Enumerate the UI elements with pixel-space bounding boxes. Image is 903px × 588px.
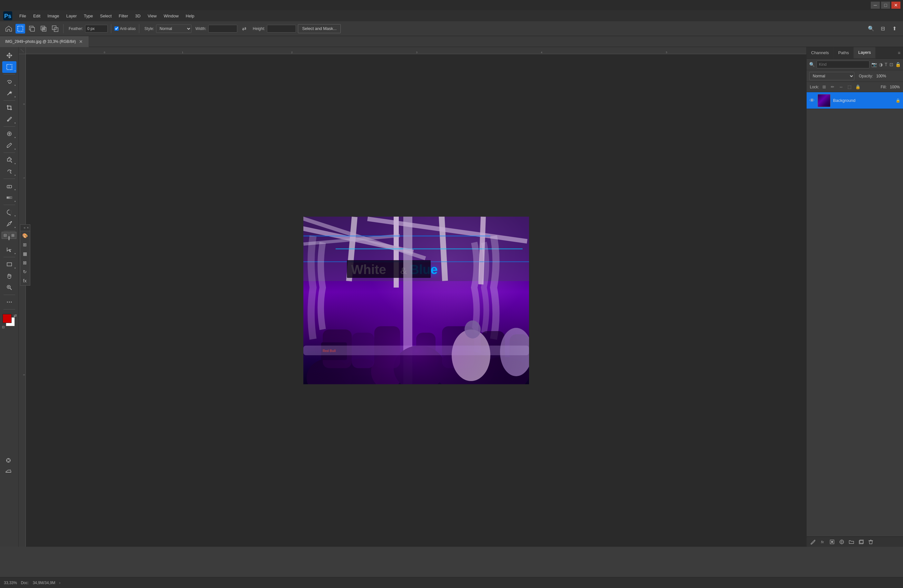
subtract-selection-icon[interactable] <box>27 24 37 33</box>
shape-tool[interactable]: ▾ <box>2 259 16 270</box>
grass-tool[interactable] <box>1 465 16 476</box>
hand-tool[interactable] <box>2 270 16 282</box>
width-input[interactable] <box>208 25 237 33</box>
zoom-tool[interactable] <box>2 282 16 293</box>
minimize-button[interactable]: ─ <box>871 2 880 9</box>
feather-input[interactable] <box>85 25 108 33</box>
layer-visibility-toggle[interactable]: 👁 <box>809 97 815 104</box>
menu-file[interactable]: File <box>16 12 29 20</box>
menu-layer[interactable]: Layer <box>63 12 80 20</box>
menu-image[interactable]: Image <box>44 12 62 20</box>
blend-mode-select[interactable]: Normal Dissolve Multiply Screen Overlay <box>809 72 854 80</box>
status-arrow[interactable]: › <box>59 580 60 585</box>
anti-alias-label: Anti-alias <box>120 27 136 31</box>
menu-select[interactable]: Select <box>97 12 115 20</box>
layer-delete-button[interactable] <box>867 538 875 546</box>
shape-filter-icon[interactable]: ⊡ <box>889 61 894 68</box>
select-mask-button[interactable]: Select and Mask... <box>298 24 341 33</box>
kind-filter-input[interactable] <box>816 61 870 68</box>
style-select[interactable]: Normal Fixed Ratio Fixed Size <box>156 25 192 33</box>
exclude-selection-icon[interactable] <box>50 24 60 33</box>
menu-edit[interactable]: Edit <box>30 12 44 20</box>
close-button[interactable]: ✕ <box>891 2 900 9</box>
gradient-tool[interactable]: ▾ <box>2 192 16 203</box>
layer-adjustment-button[interactable] <box>838 538 846 546</box>
background-layer[interactable]: 👁 Background 🔒 <box>807 92 903 109</box>
menu-filter[interactable]: Filter <box>115 12 131 20</box>
lock-all-icon[interactable]: 🔒 <box>855 84 861 90</box>
foreground-color-swatch[interactable] <box>3 314 12 323</box>
eyedropper-tool[interactable]: ▾ <box>2 113 16 125</box>
channels-tab[interactable]: Channels <box>807 47 834 58</box>
menu-type[interactable]: Type <box>80 12 96 20</box>
paths-tab[interactable]: Paths <box>834 47 854 58</box>
share-button[interactable]: ⬆ <box>889 24 899 33</box>
layer-name: Background <box>833 98 893 103</box>
layout-button[interactable]: ▦ <box>20 249 29 258</box>
anti-alias-checkbox[interactable]: Anti-alias <box>115 27 136 31</box>
magic-wand-tool[interactable]: ▾ <box>2 87 16 99</box>
panel-menu-icon[interactable]: ≡ <box>895 47 903 58</box>
anti-alias-check[interactable] <box>115 27 119 31</box>
effects-button[interactable]: fx <box>20 276 29 285</box>
color-wheel-button[interactable]: 🎨 <box>20 231 29 240</box>
burn-tool[interactable]: ▾ <box>2 206 16 218</box>
context-button[interactable]: ⊠ <box>20 258 29 267</box>
crop-tool[interactable] <box>2 102 16 113</box>
more-tools[interactable] <box>2 296 16 308</box>
lasso-tool[interactable]: ▾ <box>2 76 16 87</box>
intersect-selection-icon[interactable] <box>39 24 48 33</box>
eraser-tool[interactable]: ▾ <box>2 180 16 192</box>
lock-transparent-icon[interactable]: ⊞ <box>821 84 827 90</box>
heal-tool[interactable]: ▾ <box>2 128 16 140</box>
rotate-button[interactable]: ↻ <box>20 267 29 276</box>
lock-image-icon[interactable]: ✏ <box>829 84 836 90</box>
marquee-options-icon[interactable] <box>16 24 25 33</box>
screen-mode-button[interactable]: ⊟ <box>2 232 9 239</box>
history-brush-tool[interactable]: ▾ <box>2 166 16 177</box>
menu-window[interactable]: Window <box>160 12 182 20</box>
layer-fx-button[interactable]: fx <box>818 538 827 546</box>
svg-rect-73 <box>304 217 529 384</box>
lock-artboard-icon[interactable]: ⬚ <box>846 84 853 90</box>
lock-position-icon[interactable]: ↔ <box>838 84 844 90</box>
ruler-corner <box>19 47 26 54</box>
layer-mask-button[interactable] <box>828 538 836 546</box>
brush-tool[interactable]: ▾ <box>2 140 16 151</box>
screen-mode-button-2[interactable]: ⊞ <box>9 232 16 239</box>
kind-filter-icon[interactable]: 🔍 <box>809 61 815 68</box>
grid-button[interactable]: ⊞ <box>20 240 29 249</box>
default-colors-button[interactable]: ⊡ <box>2 325 5 329</box>
menu-help[interactable]: Help <box>182 12 198 20</box>
search-button[interactable]: 🔍 <box>866 24 876 33</box>
adjustment-icon <box>839 539 844 544</box>
pen-tool[interactable]: ▾ <box>2 218 16 230</box>
pixel-filter-icon[interactable]: 📷 <box>872 61 877 68</box>
ruler-corner-icon <box>20 49 24 52</box>
height-input[interactable] <box>267 25 296 33</box>
maximize-button[interactable]: □ <box>881 2 890 9</box>
navigator-tool[interactable] <box>1 455 16 465</box>
smart-filter-icon[interactable]: 🔒 <box>895 61 901 68</box>
document-tab[interactable]: IMG_2949~photo.jpg @ 33,3% (RGB/8#) ✕ <box>0 36 89 47</box>
secondary-panel-close[interactable]: × <box>27 226 29 230</box>
swap-colors-button[interactable]: ⇄ <box>14 313 17 318</box>
marquee-tool[interactable]: ▾ <box>2 61 16 73</box>
menu-3d[interactable]: 3D <box>132 12 144 20</box>
text-filter-icon[interactable]: T <box>885 61 887 68</box>
layer-group-button[interactable] <box>847 538 856 546</box>
arrange-button[interactable]: ⊟ <box>878 24 887 33</box>
swap-dimensions-icon[interactable]: ⇄ <box>239 24 249 33</box>
layer-link-button[interactable] <box>809 538 817 546</box>
secondary-panel-collapse[interactable]: « <box>24 226 26 230</box>
path-select-tool[interactable]: ▾ <box>2 244 16 256</box>
close-doc-tab[interactable]: ✕ <box>78 39 83 44</box>
clone-stamp-tool[interactable]: ▾ <box>2 154 16 166</box>
layer-new-button[interactable] <box>857 538 865 546</box>
color-swatches: ⇄ ⊡ <box>1 313 17 329</box>
menu-view[interactable]: View <box>145 12 160 20</box>
layers-tab[interactable]: Layers <box>854 47 876 58</box>
adjust-filter-icon[interactable]: ◑ <box>879 61 883 68</box>
home-button[interactable] <box>4 24 14 33</box>
move-tool[interactable] <box>2 50 16 61</box>
